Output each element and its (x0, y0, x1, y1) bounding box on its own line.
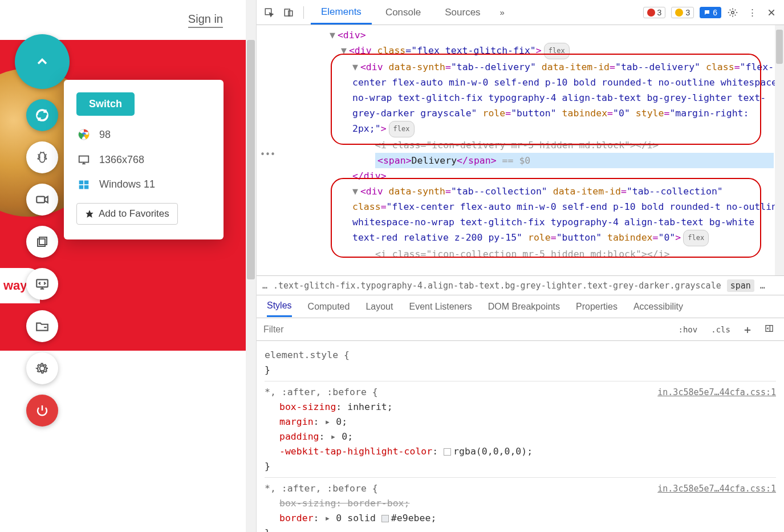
monitor-icon (35, 277, 50, 291)
stop-session-button[interactable] (26, 395, 58, 427)
flex-pill[interactable]: flex (683, 230, 709, 246)
rule-source-link[interactable]: in.3c58e5e7…44cfa.css:1 (657, 481, 776, 496)
dom-node-delivery-tab[interactable]: ▼<div data-synth="tab--delivery" data-it… (278, 59, 784, 137)
collapse-button[interactable] (15, 34, 70, 89)
browser-preview-pane: Sign in way (0, 0, 257, 532)
svg-marker-2 (44, 197, 47, 203)
subtab-properties[interactable]: Properties (576, 297, 618, 316)
flex-pill[interactable]: flex (544, 43, 570, 59)
rule-universal-2[interactable]: in.3c58e5e7…44cfa.css:1 *, :after, :befo… (265, 477, 776, 532)
gear-icon (35, 361, 50, 376)
styles-subtabs: Styles Computed Layout Event Listeners D… (257, 295, 784, 318)
preview-scrollbar[interactable] (246, 0, 256, 532)
switch-icon (35, 108, 50, 123)
flex-pill[interactable]: flex (389, 121, 415, 137)
elements-scrollbar[interactable] (775, 25, 784, 275)
svg-rect-3 (39, 237, 47, 245)
dom-node-collection-tab[interactable]: ▼<div data-synth="tab--collection" data-… (278, 184, 784, 246)
screenshots-button[interactable] (26, 226, 58, 258)
settings-button[interactable] (26, 352, 58, 384)
browser-info-popover: Switch 98 1366x768 Windows 11 Add to Fav… (64, 80, 224, 239)
star-icon (85, 209, 94, 218)
add-favorites-button[interactable]: Add to Favorites (76, 203, 178, 225)
power-icon (35, 404, 49, 417)
subtab-layout[interactable]: Layout (365, 297, 393, 316)
error-count-badge[interactable]: 3 (643, 7, 666, 18)
crumb-overflow-right[interactable]: … (760, 281, 765, 291)
add-favorites-label: Add to Favorites (99, 208, 169, 220)
tab-sources[interactable]: Sources (434, 1, 490, 23)
css-rules-pane[interactable]: element.style { } in.3c58e5e7…44cfa.css:… (257, 341, 784, 532)
crumb-parent[interactable]: .text-glitch-fix.typography-4.align-tab-… (273, 281, 721, 291)
floating-toolbar (15, 34, 70, 427)
panel-icon (765, 324, 774, 333)
subtab-dom-breakpoints[interactable]: DOM Breakpoints (488, 297, 560, 316)
crumb-current[interactable]: span (727, 279, 754, 292)
signin-link[interactable]: Sign in (188, 13, 223, 28)
message-icon (704, 9, 710, 16)
switch-browser-button[interactable] (26, 99, 58, 131)
selected-dom-node[interactable]: <span>Delivery</span> == $0 (375, 153, 774, 168)
subtab-computed[interactable]: Computed (308, 297, 350, 316)
os-label: Windows 11 (99, 178, 155, 190)
inspect-button[interactable] (261, 5, 277, 21)
gear-icon (728, 7, 738, 18)
subtab-event-listeners[interactable]: Event Listeners (409, 297, 472, 316)
new-rule-button[interactable]: + (741, 322, 754, 338)
rule-universal-1[interactable]: in.3c58e5e7…44cfa.css:1 *, :after, :befo… (265, 381, 776, 477)
devtools-close-button[interactable] (763, 5, 779, 21)
dom-node-icon-collection[interactable]: <i class="icon-collection mr-5 hidden md… (375, 249, 670, 259)
preview-scroll-thumb[interactable] (247, 40, 255, 279)
devtools-settings-button[interactable] (725, 5, 741, 21)
stack-icon (35, 235, 49, 249)
record-video-button[interactable] (26, 184, 58, 216)
local-folder-button[interactable] (26, 310, 58, 342)
rule-source-link[interactable]: in.3c58e5e7…44cfa.css:1 (657, 385, 776, 400)
folder-icon (35, 319, 50, 334)
dom-node-icon-delivery[interactable]: <i class="icon-delivery mr-5 hidden md:b… (375, 140, 659, 151)
issues-count-badge[interactable]: 6 (700, 7, 721, 18)
resolution-label: 1366x768 (99, 154, 144, 166)
color-swatch[interactable] (444, 448, 451, 456)
svg-marker-18 (86, 210, 93, 217)
devtools-menu-button[interactable]: ⋮ (744, 5, 760, 21)
elements-scroll-thumb[interactable] (776, 30, 783, 64)
styles-filter-row: :hov .cls + (257, 318, 784, 341)
toolbar-divider (303, 6, 304, 19)
more-tabs-button[interactable]: » (494, 5, 510, 21)
svg-rect-14 (79, 180, 84, 184)
crumb-overflow-left[interactable]: … (262, 281, 267, 291)
display-icon (76, 153, 91, 166)
dom-breadcrumb[interactable]: … .text-glitch-fix.typography-4.align-ta… (257, 276, 784, 295)
browser-version-label: 98 (99, 129, 111, 141)
device-toggle-button[interactable] (281, 5, 296, 21)
svg-rect-17 (84, 185, 89, 189)
svg-point-22 (732, 11, 734, 14)
warning-count-badge[interactable]: 3 (671, 7, 694, 18)
svg-rect-20 (285, 9, 290, 16)
subtab-accessibility[interactable]: Accessibility (633, 297, 683, 316)
tab-console[interactable]: Console (375, 1, 431, 23)
hov-toggle[interactable]: :hov (675, 324, 701, 335)
svg-rect-21 (289, 11, 293, 16)
resolution-row: 1366x768 (76, 153, 211, 166)
dom-node[interactable]: <div> (338, 30, 366, 40)
subtab-styles[interactable]: Styles (267, 296, 292, 317)
styles-filter-input[interactable] (263, 324, 668, 335)
cls-toggle[interactable]: .cls (708, 324, 734, 335)
resolution-button[interactable] (26, 268, 58, 300)
color-swatch[interactable] (381, 515, 389, 522)
tab-elements[interactable]: Elements (311, 1, 372, 25)
switch-button[interactable]: Switch (76, 92, 135, 116)
browser-row: 98 (76, 128, 211, 141)
bug-report-button[interactable] (26, 141, 58, 173)
svg-rect-11 (79, 156, 89, 163)
os-row: Windows 11 (76, 178, 211, 190)
toggle-sidebar-button[interactable] (761, 323, 777, 336)
svg-rect-16 (79, 185, 84, 189)
dom-node[interactable]: </div> (352, 170, 387, 181)
rule-element-style[interactable]: element.style { } (265, 344, 776, 381)
close-icon (767, 8, 776, 17)
devtools-panel: Elements Console Sources » 3 3 6 ⋮ ••• ▼… (257, 0, 784, 532)
elements-tree[interactable]: ••• ▼<div> ▼<div class="flex text-glitch… (257, 25, 784, 276)
